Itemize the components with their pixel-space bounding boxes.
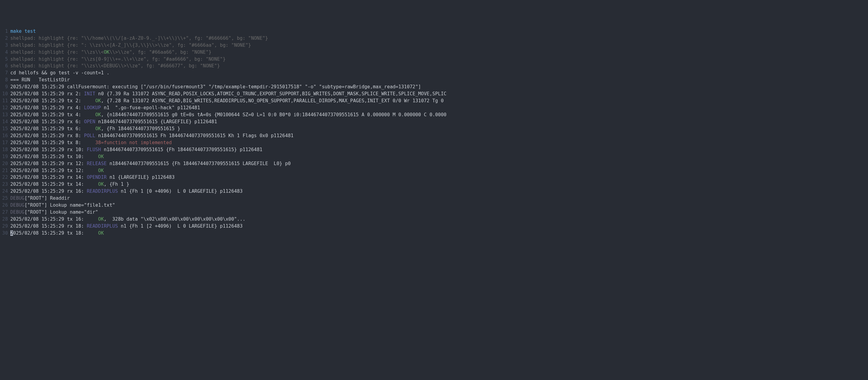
code-line[interactable]: 8=== RUN TestListDir bbox=[0, 76, 868, 84]
token: DEBUG bbox=[10, 202, 25, 208]
line-content[interactable]: 2025/02/08 15:25:29 tx 4: OK, {n18446744… bbox=[10, 112, 868, 118]
code-line[interactable]: 242025/02/08 15:25:29 rx 16: READDIRPLUS… bbox=[0, 188, 868, 195]
line-content[interactable]: 2025/02/08 15:25:29 rx 2: INIT n0 {7.39 … bbox=[10, 90, 868, 97]
line-content[interactable]: 2025/02/08 15:25:29 tx 2: OK, {7.28 Ra 1… bbox=[10, 97, 868, 104]
token: shellpad: highlight {re: ": \\zs\\<[A-Z_… bbox=[10, 42, 251, 48]
token: === RUN TestListDir bbox=[10, 77, 70, 83]
line-content[interactable]: DEBUG["ROOT"] Readdir bbox=[10, 195, 868, 202]
code-line[interactable]: 292025/02/08 15:25:29 rx 18: READDIRPLUS… bbox=[0, 223, 868, 230]
line-content[interactable]: shellpad: highlight {re: "\\zs[0-9]\\+=.… bbox=[10, 56, 868, 63]
text-cursor: 2 bbox=[10, 230, 13, 236]
code-line[interactable]: 202025/02/08 15:25:29 rx 12: RELEASE n18… bbox=[0, 160, 868, 167]
line-content[interactable]: DEBUG["ROOT"] Lookup name="file1.txt" bbox=[10, 202, 868, 209]
token: shellpad: highlight {re: "\\zs\\<DEBUG\\… bbox=[10, 63, 220, 69]
line-content[interactable]: 2025/02/08 15:25:29 rx 4: LOOKUP n1 ".go… bbox=[10, 104, 868, 112]
token: ["ROOT"] Lookup name="file1.txt" bbox=[25, 202, 115, 208]
line-content[interactable]: 2025/02/08 15:25:29 rx 12: RELEASE n1844… bbox=[10, 160, 868, 167]
code-line[interactable]: 232025/02/08 15:25:29 tx 14: OK, {Fh 1 } bbox=[0, 181, 868, 188]
line-content[interactable]: make test bbox=[10, 28, 868, 35]
token: OPEN bbox=[84, 119, 95, 124]
line-number: 19 bbox=[0, 153, 10, 160]
token: DEBUG bbox=[10, 195, 25, 201]
code-line[interactable]: 172025/02/08 15:25:29 tx 8: 38=function … bbox=[0, 139, 868, 146]
line-content[interactable]: 2025/02/08 15:25:29 tx 18: OK bbox=[10, 230, 868, 237]
token: , 328b data "\x02\x00\x00\x00\x00\x00\x0… bbox=[104, 216, 246, 222]
code-line[interactable]: 132025/02/08 15:25:29 tx 4: OK, {n184467… bbox=[0, 112, 868, 118]
token: n18446744073709551615 {Fh 18446744073709… bbox=[101, 147, 262, 152]
code-line[interactable]: 4shellpad: highlight {re: "\\zs\\<OK\\>\… bbox=[0, 49, 868, 56]
code-line[interactable]: 92025/02/08 15:25:29 callFusermount: exe… bbox=[0, 84, 868, 90]
line-content[interactable]: shellpad: highlight {re: "\\zs\\<DEBUG\\… bbox=[10, 63, 868, 69]
line-content[interactable]: cd hellofs && go test -v -count=1 . bbox=[10, 69, 868, 76]
line-number: 6 bbox=[0, 63, 10, 69]
line-content[interactable]: === RUN TestListDir bbox=[10, 76, 868, 84]
code-line[interactable]: 222025/02/08 15:25:29 rx 14: OPENDIR n1 … bbox=[0, 174, 868, 181]
line-content[interactable]: 2025/02/08 15:25:29 rx 16: READDIRPLUS n… bbox=[10, 188, 868, 195]
line-content[interactable]: 2025/02/08 15:25:29 tx 14: OK, {Fh 1 } bbox=[10, 181, 868, 188]
line-content[interactable]: shellpad: highlight {re: "\\zs\\<OK\\>\\… bbox=[10, 49, 868, 56]
token: shellpad: highlight {re: "\\zs\\< bbox=[10, 50, 104, 55]
line-content[interactable]: 2025/02/08 15:25:29 tx 10: OK bbox=[10, 153, 868, 160]
line-number: 1 bbox=[0, 28, 10, 35]
code-line[interactable]: 152025/02/08 15:25:29 tx 6: OK, {Fh 1844… bbox=[0, 125, 868, 132]
line-number: 25 bbox=[0, 195, 10, 202]
code-line[interactable]: 302025/02/08 15:25:29 tx 18: OK bbox=[0, 230, 868, 237]
line-content[interactable]: 2025/02/08 15:25:29 tx 8: 38=function no… bbox=[10, 139, 868, 146]
code-line[interactable]: 3shellpad: highlight {re: ": \\zs\\<[A-Z… bbox=[0, 42, 868, 49]
line-content[interactable]: 2025/02/08 15:25:29 tx 6: OK, {Fh 184467… bbox=[10, 125, 868, 132]
line-content[interactable]: 2025/02/08 15:25:29 rx 18: READDIRPLUS n… bbox=[10, 223, 868, 230]
code-line[interactable]: 27DEBUG["ROOT"] Lookup name="dir" bbox=[0, 209, 868, 216]
code-line[interactable]: 25DEBUG["ROOT"] Readdir bbox=[0, 195, 868, 202]
code-line[interactable]: 2shellpad: highlight {re: "\\/home\\(\\/… bbox=[0, 35, 868, 42]
code-line[interactable]: 7cd hellofs && go test -v -count=1 . bbox=[0, 69, 868, 76]
token: OK bbox=[95, 112, 101, 118]
token: n0 {7.39 Ra 131072 ASYNC_READ,POSIX_LOCK… bbox=[95, 91, 446, 97]
code-line[interactable]: 282025/02/08 15:25:29 tx 16: OK, 328b da… bbox=[0, 216, 868, 223]
token: LOOKUP bbox=[84, 105, 101, 110]
token: 2025/02/08 15:25:29 tx 4: bbox=[10, 112, 95, 118]
code-line[interactable]: 1make test bbox=[0, 28, 868, 35]
line-content[interactable]: 2025/02/08 15:25:29 callFusermount: exec… bbox=[10, 84, 868, 90]
token: n18446744073709551615 Fh 184467440737095… bbox=[95, 133, 293, 138]
line-number: 21 bbox=[0, 167, 10, 174]
token: cd hellofs && go test -v -count=1 . bbox=[10, 70, 110, 75]
line-content[interactable]: 2025/02/08 15:25:29 rx 10: FLUSH n184467… bbox=[10, 146, 868, 153]
line-content[interactable]: shellpad: highlight {re: "\\/home\\(\\/[… bbox=[10, 35, 868, 42]
line-number: 23 bbox=[0, 181, 10, 188]
code-editor[interactable]: 1make test2shellpad: highlight {re: "\\/… bbox=[0, 28, 868, 237]
token: OK bbox=[98, 154, 104, 159]
code-line[interactable]: 142025/02/08 15:25:29 rx 6: OPEN n184467… bbox=[0, 118, 868, 125]
token: OK bbox=[98, 168, 104, 173]
token: 2025/02/08 15:25:29 tx 10: bbox=[10, 154, 98, 159]
token: DEBUG bbox=[10, 210, 25, 215]
line-content[interactable]: 2025/02/08 15:25:29 rx 6: OPEN n18446744… bbox=[10, 118, 868, 125]
token: 2025/02/08 15:25:29 tx 2: bbox=[10, 98, 95, 103]
line-number: 9 bbox=[0, 84, 10, 90]
code-line[interactable]: 102025/02/08 15:25:29 rx 2: INIT n0 {7.3… bbox=[0, 90, 868, 97]
token: 2025/02/08 15:25:29 rx 18: bbox=[10, 223, 87, 229]
line-number: 2 bbox=[0, 35, 10, 42]
line-number: 16 bbox=[0, 132, 10, 139]
token: 2025/02/08 15:25:29 rx 6: bbox=[10, 119, 84, 124]
line-number: 4 bbox=[0, 49, 10, 56]
code-line[interactable]: 162025/02/08 15:25:29 rx 8: POLL n184467… bbox=[0, 132, 868, 139]
code-line[interactable]: 112025/02/08 15:25:29 tx 2: OK, {7.28 Ra… bbox=[0, 97, 868, 104]
line-content[interactable]: 2025/02/08 15:25:29 rx 14: OPENDIR n1 {L… bbox=[10, 174, 868, 181]
line-content[interactable]: 2025/02/08 15:25:29 tx 12: OK bbox=[10, 167, 868, 174]
token: ["ROOT"] Readdir bbox=[25, 195, 70, 201]
code-line[interactable]: 5shellpad: highlight {re: "\\zs[0-9]\\+=… bbox=[0, 56, 868, 63]
token: OK bbox=[95, 98, 101, 103]
line-content[interactable]: 2025/02/08 15:25:29 rx 8: POLL n18446744… bbox=[10, 132, 868, 139]
code-line[interactable]: 192025/02/08 15:25:29 tx 10: OK bbox=[0, 153, 868, 160]
line-content[interactable]: DEBUG["ROOT"] Lookup name="dir" bbox=[10, 209, 868, 216]
line-number: 3 bbox=[0, 42, 10, 49]
code-line[interactable]: 122025/02/08 15:25:29 rx 4: LOOKUP n1 ".… bbox=[0, 104, 868, 112]
line-content[interactable]: 2025/02/08 15:25:29 tx 16: OK, 328b data… bbox=[10, 216, 868, 223]
token: \\>\\ze", fg: "#66aa66", bg: "NONE"} bbox=[110, 50, 212, 55]
token: 2025/02/08 15:25:29 tx 8: bbox=[10, 140, 95, 146]
code-line[interactable]: 26DEBUG["ROOT"] Lookup name="file1.txt" bbox=[0, 202, 868, 209]
code-line[interactable]: 6shellpad: highlight {re: "\\zs\\<DEBUG\… bbox=[0, 63, 868, 69]
line-content[interactable]: shellpad: highlight {re: ": \\zs\\<[A-Z_… bbox=[10, 42, 868, 49]
code-line[interactable]: 182025/02/08 15:25:29 rx 10: FLUSH n1844… bbox=[0, 146, 868, 153]
code-line[interactable]: 212025/02/08 15:25:29 tx 12: OK bbox=[0, 167, 868, 174]
